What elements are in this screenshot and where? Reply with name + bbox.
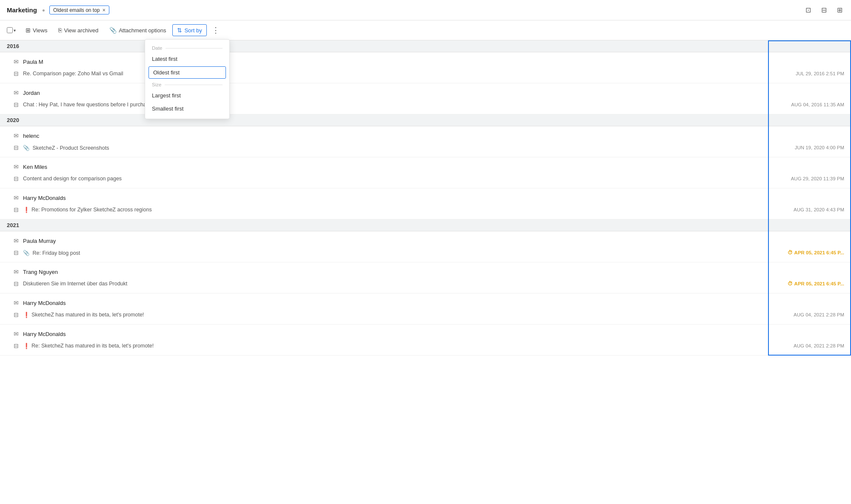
flag-icon: ❗ xyxy=(23,343,30,349)
largest-first-option[interactable]: Largest first xyxy=(145,89,229,102)
attachment-icon: 📎 xyxy=(23,250,31,256)
email-thread[interactable]: ✉Ken Miles⊟Content and design for compar… xyxy=(0,157,851,188)
views-icon: ⊞ xyxy=(26,27,31,34)
email-date: APR 05, 2021 6:45 P... xyxy=(788,250,844,256)
email-icon: ✉ xyxy=(14,89,19,96)
email-thread[interactable]: ✉helenc⊟📎 SketcheZ - Product Screenshots… xyxy=(0,126,851,157)
email-date: JUL 29, 2016 2:51 PM xyxy=(796,71,844,76)
year-header: 2021 xyxy=(0,219,851,231)
size-section-label: Size xyxy=(145,80,229,89)
email-icon: ✉ xyxy=(14,237,19,244)
checkbox-chevron-icon[interactable]: ▾ xyxy=(14,28,16,33)
header-bar: Marketing ● Oldest emails on top × ⊡ ⊟ ⊞ xyxy=(0,0,851,20)
subject-row: ⊟Chat : Hey Pat, I have few questions be… xyxy=(0,99,851,114)
latest-first-option[interactable]: Latest first xyxy=(145,52,229,65)
email-date: AUG 04, 2021 2:28 PM xyxy=(794,312,844,317)
views-button[interactable]: ⊞ Views xyxy=(21,24,52,36)
views-label: Views xyxy=(33,27,47,34)
view-archived-button[interactable]: ⎘ View archived xyxy=(54,24,103,36)
email-thread[interactable]: ✉Harry McDonalds⊟❗Re: SketcheZ has matur… xyxy=(0,325,851,356)
sender-row: ✉helenc xyxy=(0,126,851,142)
sender-name: Harry McDonalds xyxy=(23,300,66,306)
email-icon: ✉ xyxy=(14,163,19,170)
sort-by-button[interactable]: ⇅ Sort by xyxy=(172,24,206,36)
sender-name: Jordan xyxy=(23,90,40,96)
attachment-icon: 📎 xyxy=(109,27,117,34)
year-header: 2016 xyxy=(0,40,851,52)
subject-row: ⊟Diskutieren Sie im Internet über das Pr… xyxy=(0,278,851,293)
email-icon: ✉ xyxy=(14,268,19,275)
email-thread[interactable]: ✉Trang Nguyen⊟Diskutieren Sie im Interne… xyxy=(0,262,851,293)
sender-row: ✉Paula Murray xyxy=(0,231,851,247)
subject-text: Diskutieren Sie im Internet über das Pro… xyxy=(23,281,127,287)
email-thread[interactable]: ✉Jordan⊟Chat : Hey Pat, I have few quest… xyxy=(0,83,851,114)
email-date: AUG 04, 2021 2:28 PM xyxy=(794,343,844,348)
attachment-options-button[interactable]: 📎 Attachment options xyxy=(105,24,171,36)
subject-text: 📎 Re: Friday blog post xyxy=(23,250,80,256)
email-thread[interactable]: ✉Paula Murray⊟📎 Re: Friday blog postAPR … xyxy=(0,231,851,262)
active-filter-label: Oldest emails on top xyxy=(53,7,100,13)
flag-icon: ❗ xyxy=(23,312,30,318)
subject-row: ⊟📎 SketcheZ - Product ScreenshotsJUN 19,… xyxy=(0,142,851,157)
subject-text: Chat : Hey Pat, I have few questions bef… xyxy=(23,102,155,108)
email-thread[interactable]: ✉Paula M⊟Re. Comparison page: Zoho Mail … xyxy=(0,52,851,83)
attachment-options-label: Attachment options xyxy=(119,27,166,34)
header-right-icons: ⊡ ⊟ ⊞ xyxy=(804,4,844,16)
close-filter-icon[interactable]: × xyxy=(103,7,106,13)
select-all-wrap[interactable]: ▾ xyxy=(7,27,16,33)
subject-text: Content and design for comparison pages xyxy=(23,176,122,182)
email-date: APR 05, 2021 6:45 P... xyxy=(788,281,844,287)
sort-icon: ⇅ xyxy=(177,27,182,34)
subject-text: Re. Comparison page: Zoho Mail vs Gmail xyxy=(23,71,123,77)
archive-icon: ⎘ xyxy=(58,27,62,34)
sender-row: ✉Harry McDonalds xyxy=(0,325,851,340)
email-icon: ✉ xyxy=(14,299,19,306)
active-filter-tag[interactable]: Oldest emails on top × xyxy=(49,6,109,14)
email-thread[interactable]: ✉Harry McDonalds⊟❗Re: Promotions for Zyl… xyxy=(0,188,851,219)
attachment-icon: 📎 xyxy=(23,145,31,151)
sender-name: Harry McDonalds xyxy=(23,195,66,201)
sender-name: Harry McDonalds xyxy=(23,331,66,337)
subject-text: SketcheZ has matured in its beta, let's … xyxy=(31,312,144,318)
sender-row: ✉Harry McDonalds xyxy=(0,188,851,204)
view-icon-2[interactable]: ⊟ xyxy=(820,4,828,16)
thread-icon: ⊟ xyxy=(14,70,19,77)
sender-row: ✉Ken Miles xyxy=(0,157,851,173)
email-thread[interactable]: ✉Harry McDonalds⊟❗SketcheZ has matured i… xyxy=(0,293,851,325)
email-icon: ✉ xyxy=(14,58,19,65)
thread-icon: ⊟ xyxy=(14,206,19,213)
oldest-first-option[interactable]: Oldest first xyxy=(148,66,226,79)
thread-icon: ⊟ xyxy=(14,311,19,318)
toolbar: ▾ ⊞ Views ⎘ View archived 📎 Attachment o… xyxy=(0,20,851,40)
more-options-icon[interactable]: ⋮ xyxy=(208,24,223,37)
smallest-first-option[interactable]: Smallest first xyxy=(145,102,229,115)
sender-row: ✉Paula M xyxy=(0,52,851,68)
sort-by-label: Sort by xyxy=(184,27,202,34)
subject-row: ⊟📎 Re: Friday blog postAPR 05, 2021 6:45… xyxy=(0,247,851,262)
email-icon: ✉ xyxy=(14,330,19,337)
page-title: Marketing xyxy=(7,6,37,14)
thread-icon: ⊟ xyxy=(14,144,19,151)
thread-icon: ⊟ xyxy=(14,280,19,287)
view-icon-3[interactable]: ⊞ xyxy=(835,4,844,16)
email-date: AUG 29, 2020 11:39 PM xyxy=(791,176,844,181)
subject-text: Re: SketcheZ has matured in its beta, le… xyxy=(31,343,154,349)
sender-row: ✉Jordan xyxy=(0,83,851,99)
sender-name: Ken Miles xyxy=(23,164,47,170)
select-all-checkbox[interactable] xyxy=(7,27,13,33)
subject-row: ⊟Re. Comparison page: Zoho Mail vs Gmail… xyxy=(0,68,851,83)
sender-name: Paula Murray xyxy=(23,238,56,244)
sender-name: Trang Nguyen xyxy=(23,269,58,275)
subject-text: 📎 SketcheZ - Product Screenshots xyxy=(23,145,109,151)
view-archived-label: View archived xyxy=(64,27,98,34)
email-date: AUG 04, 2016 11:35 AM xyxy=(791,102,844,107)
flag-icon: ❗ xyxy=(23,207,30,213)
subject-row: ⊟❗Re: SketcheZ has matured in its beta, … xyxy=(0,340,851,355)
sender-name: Paula M xyxy=(23,59,43,65)
view-icon-1[interactable]: ⊡ xyxy=(804,4,813,16)
email-date: JUN 19, 2020 4:00 PM xyxy=(795,145,844,150)
date-section-label: Date xyxy=(145,43,229,52)
thread-icon: ⊟ xyxy=(14,175,19,182)
email-list-container: 2016✉Paula M⊟Re. Comparison page: Zoho M… xyxy=(0,40,851,356)
year-header: 2020 xyxy=(0,114,851,126)
